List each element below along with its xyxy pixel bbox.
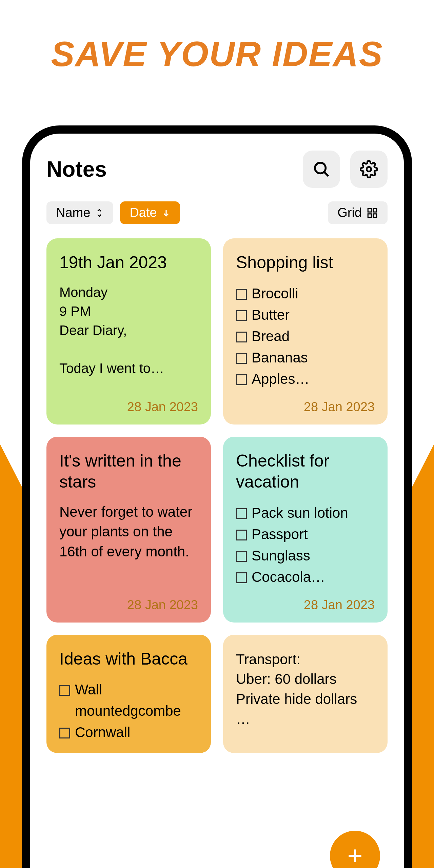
checkbox-icon [236, 289, 247, 300]
note-title: 19th Jan 2023 [59, 252, 198, 273]
item-text: Butter [252, 304, 290, 326]
note-title: It's written in the stars [59, 450, 198, 493]
item-text: Cornwall [75, 722, 130, 743]
chip-label: Grid [337, 205, 362, 220]
list-item: Butter [236, 304, 375, 326]
note-body: Transport: Uber: 60 dollars Private hide… [236, 650, 375, 743]
checkbox-icon [236, 508, 247, 519]
checkbox-icon [236, 332, 247, 342]
item-text: Wall mountedgcombe [75, 679, 198, 722]
chip-label: Name [56, 205, 90, 220]
note-date: 28 Jan 2023 [236, 598, 375, 612]
svg-rect-4 [368, 209, 371, 212]
item-text: Apples… [252, 368, 309, 390]
sort-date-chip[interactable]: Date [120, 201, 180, 224]
svg-rect-6 [368, 214, 371, 217]
page-title: Notes [46, 157, 107, 182]
item-text: Bread [252, 326, 290, 347]
list-item: Bananas [236, 347, 375, 368]
sort-name-chip[interactable]: Name [46, 201, 113, 224]
hero-title: SAVE YOUR IDEAS [0, 0, 434, 74]
view-grid-chip[interactable]: Grid [328, 201, 388, 224]
list-item: Brocolli [236, 283, 375, 304]
note-card[interactable]: Shopping list Brocolli Butter Bread Bana… [223, 238, 388, 425]
notes-grid: 19th Jan 2023 Monday 9 PM Dear Diary, To… [46, 238, 388, 753]
list-item: Pack sun lotion [236, 502, 375, 524]
note-checklist: Brocolli Butter Bread Bananas Apples… [236, 283, 375, 390]
sort-icon [95, 208, 104, 218]
gear-icon [360, 160, 378, 178]
note-card[interactable]: Checklist for vacation Pack sun lotion P… [223, 437, 388, 623]
note-checklist: Wall mountedgcombe Cornwall [59, 679, 198, 743]
checkbox-icon [236, 530, 247, 540]
note-title: Checklist for vacation [236, 450, 375, 493]
search-button[interactable] [303, 151, 340, 188]
svg-rect-5 [373, 209, 377, 212]
note-card[interactable]: Transport: Uber: 60 dollars Private hide… [223, 635, 388, 753]
list-item: Apples… [236, 368, 375, 390]
item-text: Pack sun lotion [252, 502, 348, 524]
item-text: Sunglass [252, 545, 310, 566]
note-date: 28 Jan 2023 [236, 400, 375, 414]
note-title: Ideas with Bacca [59, 648, 198, 670]
grid-icon [367, 207, 378, 219]
item-text: Passport [252, 524, 308, 545]
note-card[interactable]: It's written in the stars Never forget t… [46, 437, 211, 623]
checkbox-icon [59, 685, 70, 696]
checkbox-icon [236, 374, 247, 385]
note-card[interactable]: Ideas with Bacca Wall mountedgcombe Corn… [46, 635, 211, 753]
add-note-button[interactable] [330, 831, 380, 868]
header-row: Notes [46, 151, 388, 188]
item-text: Brocolli [252, 283, 298, 304]
checkbox-icon [236, 353, 247, 364]
item-text: Cocacola… [252, 566, 325, 588]
arrow-down-icon [162, 208, 171, 218]
list-item: Sunglass [236, 545, 375, 566]
checkbox-icon [236, 572, 247, 583]
svg-point-0 [315, 163, 326, 174]
checkbox-icon [236, 310, 247, 321]
list-item: Cornwall [59, 722, 198, 743]
item-text: Bananas [252, 347, 308, 368]
checkbox-icon [59, 728, 70, 738]
plus-icon [346, 846, 364, 865]
svg-rect-7 [373, 214, 377, 217]
checkbox-icon [236, 551, 247, 562]
note-body: Monday 9 PM Dear Diary, Today I went to… [59, 283, 198, 390]
note-date: 28 Jan 2023 [59, 598, 198, 612]
search-icon [312, 160, 331, 178]
list-item: Passport [236, 524, 375, 545]
chip-label: Date [130, 205, 157, 220]
phone-frame: Notes Name Date Grid [22, 125, 412, 868]
filter-chips: Name Date Grid [46, 201, 388, 224]
note-date: 28 Jan 2023 [59, 400, 198, 414]
svg-line-1 [324, 172, 328, 176]
note-checklist: Pack sun lotion Passport Sunglass Cocaco… [236, 502, 375, 588]
note-title: Shopping list [236, 252, 375, 273]
list-item: Wall mountedgcombe [59, 679, 198, 722]
note-card[interactable]: 19th Jan 2023 Monday 9 PM Dear Diary, To… [46, 238, 211, 425]
list-item: Cocacola… [236, 566, 375, 588]
list-item: Bread [236, 326, 375, 347]
svg-point-2 [367, 167, 371, 172]
note-body: Never forget to water your plants on the… [59, 502, 198, 588]
settings-button[interactable] [350, 151, 388, 188]
